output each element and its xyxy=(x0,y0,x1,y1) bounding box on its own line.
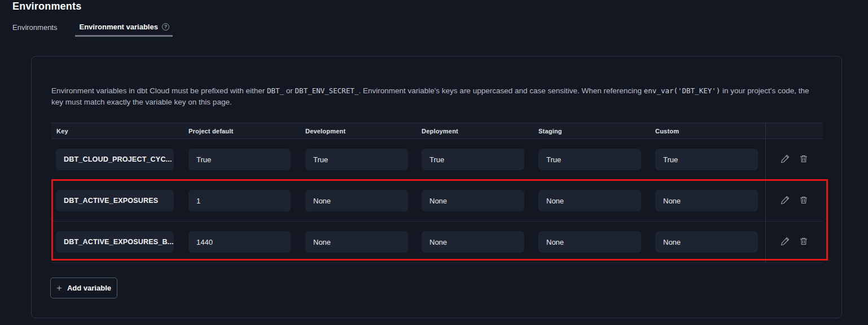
value-cell: None xyxy=(422,190,538,211)
add-variable-label: Add variable xyxy=(67,284,111,292)
variables-table: KeyProject defaultDevelopmentDeploymentS… xyxy=(51,123,823,263)
tab-environments[interactable]: Environments xyxy=(12,23,57,37)
tab-environment-variables-label: Environment variables xyxy=(79,23,157,31)
delete-variable-button[interactable] xyxy=(799,237,809,247)
code-snippet: env_var('DBT_KEY') xyxy=(644,86,720,95)
variable-value-field[interactable]: None xyxy=(305,190,408,211)
value-cell: None xyxy=(538,231,655,253)
description-text: Environment variables in dbt Cloud must … xyxy=(51,85,822,108)
row-actions xyxy=(765,139,823,180)
variable-key-field[interactable]: DBT_ACTIVE_EXPOSURES_B... xyxy=(56,231,174,253)
delete-variable-button[interactable] xyxy=(799,196,809,206)
table-row: DBT_ACTIVE_EXPOSURES1NoneNoneNoneNone xyxy=(51,180,823,222)
add-variable-button[interactable]: + Add variable xyxy=(50,278,117,298)
value-cell: True xyxy=(538,149,655,170)
variable-value-field[interactable]: None xyxy=(655,231,758,253)
variable-value-field[interactable]: True xyxy=(188,149,291,170)
pencil-icon xyxy=(781,154,790,165)
value-cell: None xyxy=(305,190,422,211)
column-header-actions xyxy=(765,123,823,138)
variable-value-field[interactable]: True xyxy=(538,149,641,170)
column-header-staging: Staging xyxy=(538,128,655,135)
key-cell: DBT_CLOUD_PROJECT_CYC... xyxy=(51,149,188,170)
value-cell: True xyxy=(422,149,538,170)
value-cell: 1 xyxy=(188,190,305,211)
variable-value-field[interactable]: None xyxy=(422,231,524,253)
pencil-icon xyxy=(781,236,790,248)
key-cell: DBT_ACTIVE_EXPOSURES_B... xyxy=(51,231,188,253)
edit-variable-button[interactable] xyxy=(781,154,791,164)
value-cell: True xyxy=(188,149,305,170)
delete-variable-button[interactable] xyxy=(799,154,809,164)
value-cell: None xyxy=(538,190,655,211)
edit-variable-button[interactable] xyxy=(781,196,791,206)
table-row: DBT_CLOUD_PROJECT_CYC...TrueTrueTrueTrue… xyxy=(51,139,823,180)
environment-variables-card: Environment variables in dbt Cloud must … xyxy=(31,56,842,318)
variable-value-field[interactable]: True xyxy=(305,149,408,170)
key-cell: DBT_ACTIVE_EXPOSURES xyxy=(51,190,188,211)
variable-value-field[interactable]: 1440 xyxy=(188,231,291,253)
column-header-deployment: Deployment xyxy=(422,128,538,135)
row-actions xyxy=(765,222,823,262)
tab-bar: Environments Environment variables ? xyxy=(12,23,173,37)
value-cell: None xyxy=(305,231,422,253)
variable-value-field[interactable]: None xyxy=(538,190,641,211)
variable-value-field[interactable]: 1 xyxy=(188,190,291,211)
value-cell: None xyxy=(655,190,765,211)
value-cell: None xyxy=(422,231,538,253)
variable-value-field[interactable]: None xyxy=(655,190,758,211)
help-icon[interactable]: ? xyxy=(162,23,169,31)
variable-value-field[interactable]: True xyxy=(655,149,758,170)
trash-icon xyxy=(799,196,808,206)
description-segment: or xyxy=(284,86,295,95)
row-actions xyxy=(765,180,823,221)
variable-value-field[interactable]: None xyxy=(305,231,408,253)
trash-icon xyxy=(799,237,808,248)
table-row: DBT_ACTIVE_EXPOSURES_B...1440NoneNoneNon… xyxy=(51,222,823,263)
table-header-row: KeyProject defaultDevelopmentDeploymentS… xyxy=(51,123,823,139)
trash-icon xyxy=(799,154,808,165)
column-header-custom: Custom xyxy=(655,128,765,135)
plus-icon: + xyxy=(56,283,62,293)
value-cell: True xyxy=(305,149,422,170)
tab-environment-variables[interactable]: Environment variables ? xyxy=(75,23,172,37)
variable-value-field[interactable]: True xyxy=(422,149,524,170)
edit-variable-button[interactable] xyxy=(781,237,791,247)
column-header-project-default: Project default xyxy=(188,128,305,135)
variable-value-field[interactable]: None xyxy=(422,190,524,211)
value-cell: 1440 xyxy=(188,231,305,253)
tab-environments-label: Environments xyxy=(12,23,57,32)
variable-value-field[interactable]: None xyxy=(538,231,641,253)
description-segment: Environment variables in dbt Cloud must … xyxy=(51,86,267,95)
code-snippet: DBT_ xyxy=(267,86,284,95)
table-body: DBT_CLOUD_PROJECT_CYC...TrueTrueTrueTrue… xyxy=(51,139,823,263)
code-snippet: DBT_ENV_SECRET_ xyxy=(295,86,359,95)
variable-key-field[interactable]: DBT_ACTIVE_EXPOSURES xyxy=(56,190,174,211)
column-header-development: Development xyxy=(305,128,422,135)
value-cell: None xyxy=(655,231,765,253)
column-header-key: Key xyxy=(51,128,188,135)
page-title: Environments xyxy=(12,1,81,12)
variable-key-field[interactable]: DBT_CLOUD_PROJECT_CYC... xyxy=(56,149,174,170)
pencil-icon xyxy=(781,195,790,206)
value-cell: True xyxy=(655,149,765,170)
description-segment: . Environment variable's keys are upperc… xyxy=(358,86,643,95)
